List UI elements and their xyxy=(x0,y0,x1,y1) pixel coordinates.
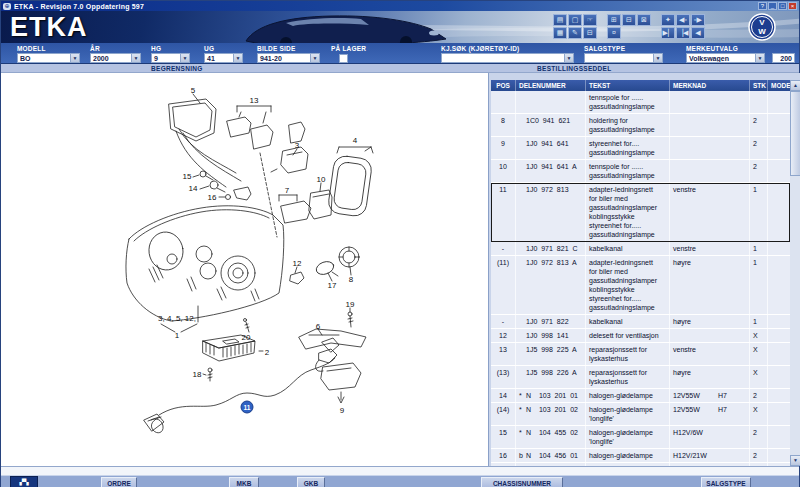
ar-select[interactable]: 2000▼ xyxy=(90,53,141,63)
section-band: BEGRENSNING BESTILLINGSSEDDEL xyxy=(1,64,799,73)
table-row[interactable]: tennspole for ......gassutladningslampe xyxy=(491,91,790,114)
window-title: ETKA - Revisjon 7.0 Oppdatering 597 xyxy=(14,3,144,10)
table-row[interactable]: 111J0 972 813adapter-ledningsnettfor bil… xyxy=(491,183,790,242)
header-stk[interactable]: STK xyxy=(750,80,768,91)
cell-pos: 9 xyxy=(491,137,516,159)
cell-pos: 12 xyxy=(491,329,516,342)
first-page-icon[interactable]: ▶▏ xyxy=(661,27,675,39)
kjsok-label: KJ.SØK (KJØRETØY-ID) xyxy=(441,45,519,52)
chassisnummer-button[interactable]: CHASSISNUMMER xyxy=(481,477,563,487)
hg-select[interactable]: 9▼ xyxy=(151,53,190,63)
pointer-hand-icon[interactable]: ☞ xyxy=(583,14,597,26)
chevron-down-icon[interactable]: ▼ xyxy=(180,54,189,62)
close-button[interactable]: × xyxy=(788,2,797,10)
diagram-callout-1: 1 xyxy=(175,331,179,340)
ordre-button[interactable]: ORDRE xyxy=(101,477,137,487)
maximize-button[interactable]: □ xyxy=(778,2,787,10)
screen-icon[interactable]: ▢ xyxy=(568,14,582,26)
table-row[interactable]: (11)1J0 972 813 Aadapter-ledningsnettfor… xyxy=(491,256,790,315)
cell-stk: 1 xyxy=(750,256,768,314)
diagram-callout-3: 3 xyxy=(295,141,299,150)
cell-pos: 8 xyxy=(491,114,516,136)
cell-delenummer: 1J0 941 641 A xyxy=(516,160,586,182)
kjsok-select[interactable]: ▼ xyxy=(441,53,574,63)
back-icon[interactable]: ◀ xyxy=(691,27,705,39)
bestillingsseddel-label: BESTILLINGSSEDDEL xyxy=(537,65,611,72)
modell-select[interactable]: BO▼ xyxy=(17,53,80,63)
table-row[interactable]: 121J0 998 141delesett for ventilasjonX xyxy=(491,329,790,343)
table-row[interactable]: 101J0 941 641 Atennspole for ......gassu… xyxy=(491,160,790,183)
header-merknad[interactable]: MERKNAD xyxy=(670,80,750,91)
table-scrollbar[interactable]: ▲ ▼ xyxy=(790,80,800,466)
help-button[interactable]: ? xyxy=(758,2,767,10)
merkeutvalg-select[interactable]: Volkswagen▼ xyxy=(686,53,765,63)
chevron-down-icon[interactable]: ▼ xyxy=(70,54,79,62)
table-row[interactable]: -1J0 971 822kabelkanalhøyre1 xyxy=(491,315,790,329)
last-page-icon[interactable]: ▕◀ xyxy=(676,27,690,39)
window-compare-icon[interactable]: ⊟ xyxy=(622,14,636,26)
pin-icon[interactable]: ✦ xyxy=(661,14,675,26)
bottom-logo-button[interactable]: ▞▚ xyxy=(10,476,38,487)
bilde-side-select[interactable]: 941-20▼ xyxy=(257,53,320,63)
output-group: ▤▢☞▦✎⊟ xyxy=(553,14,597,39)
parts-diagram[interactable]: 51334151014716128171963, 4, 5, 12,120218… xyxy=(1,73,489,466)
page-back-icon[interactable]: ◀▫ xyxy=(676,14,690,26)
scroll-down-icon[interactable]: ▼ xyxy=(790,455,800,466)
cell-tekst: reparasjonssett forlyskasterhus xyxy=(586,366,670,388)
cell-tekst: halogen-glødelampe 'longlife' xyxy=(586,426,670,448)
salgstype-select[interactable]: ▼ xyxy=(584,53,663,63)
cell-stk: 1 xyxy=(750,242,768,255)
scrollbar-thumb[interactable] xyxy=(790,91,800,176)
print-icon[interactable]: ▤ xyxy=(553,14,567,26)
vehicle-icon[interactable]: ⊟ xyxy=(583,27,597,39)
modell-label: MODELL xyxy=(17,45,46,52)
table-row[interactable]: -1J0 971 821 Ckabelkanalvenstre1 xyxy=(491,242,790,256)
header-delenummer[interactable]: DELENUMMER xyxy=(516,80,586,91)
chevron-down-icon[interactable]: ▼ xyxy=(653,54,662,62)
cart-icon[interactable]: ¤ xyxy=(607,27,621,39)
page-forward-icon[interactable]: ▫▶ xyxy=(691,14,705,26)
header-pos[interactable]: POS xyxy=(491,80,516,91)
chevron-down-icon[interactable]: ▼ xyxy=(755,54,764,62)
mkb-button[interactable]: MKB xyxy=(229,477,259,487)
table-row[interactable]: 131J5 998 225 Areparasjonssett forlyskas… xyxy=(491,343,790,366)
table-row[interactable]: (14)*N 103 201 02halogen-glødelampe 'lon… xyxy=(491,403,790,426)
cell-delenummer: 1J5 998 226 A xyxy=(516,366,586,388)
diagram-callout-9: 9 xyxy=(340,406,344,415)
table-row[interactable]: 16bN 104 456 01halogen-glødelampeH12V/21… xyxy=(491,449,790,463)
ar-label: ÅR xyxy=(90,45,100,52)
scroll-up-icon[interactable]: ▲ xyxy=(790,80,800,91)
chevron-down-icon[interactable]: ▼ xyxy=(131,54,140,62)
cell-tekst: halogen-glødelampe xyxy=(586,389,670,402)
header-tekst[interactable]: TEKST xyxy=(586,80,670,91)
table-row[interactable]: 81C0 941 621holdering forgassutladningsl… xyxy=(491,114,790,137)
table-row[interactable]: 15*N 104 455 02halogen-glødelampe 'longl… xyxy=(491,426,790,449)
diagram-callout-11[interactable]: 11 xyxy=(241,401,254,414)
cell-merknad: 12V55WH7 xyxy=(670,403,750,425)
cell-stk: 2 xyxy=(750,389,768,402)
diagram-callout-13: 13 xyxy=(250,96,259,105)
gkb-button[interactable]: GKB xyxy=(297,477,325,487)
table-row[interactable]: (13)1J5 998 226 Areparasjonssett forlysk… xyxy=(491,366,790,389)
table-row[interactable]: 14*N 103 201 01halogen-glødelampe12V55WH… xyxy=(491,389,790,403)
chevron-down-icon[interactable]: ▼ xyxy=(233,54,242,62)
edit-icon[interactable]: ✎ xyxy=(568,27,582,39)
cell-tekst: kabelkanal xyxy=(586,242,670,255)
window-cart-icon[interactable]: ⊠ xyxy=(637,14,651,26)
chevron-down-icon[interactable]: ▼ xyxy=(310,54,319,62)
banner: ETKA ▤▢☞▦✎⊟⊞⊟⊠¤✦◀▫▫▶▶▏▕◀◀ V W xyxy=(1,11,799,43)
pa-lager-checkbox[interactable] xyxy=(339,54,348,63)
diagram-callout-12: 12 xyxy=(293,259,302,268)
header-modell[interactable]: MODELL xyxy=(768,80,790,91)
cell-tekst: kabelkanal xyxy=(586,315,670,328)
cell-merknad: høyre xyxy=(670,315,750,328)
window-list-icon[interactable]: ⊞ xyxy=(607,14,621,26)
keyboard-icon[interactable]: ▦ xyxy=(553,27,567,39)
table-row[interactable]: 91J0 941 641styreenhet for....gassutladn… xyxy=(491,137,790,160)
ug-select[interactable]: 41▼ xyxy=(204,53,243,63)
etka-logo: ETKA xyxy=(10,12,88,43)
cell-stk: 2 xyxy=(750,449,768,462)
minimize-button[interactable]: _ xyxy=(768,2,777,10)
chevron-down-icon[interactable]: ▼ xyxy=(564,54,573,62)
salgstype-button[interactable]: SALGSTYPE xyxy=(701,477,751,487)
